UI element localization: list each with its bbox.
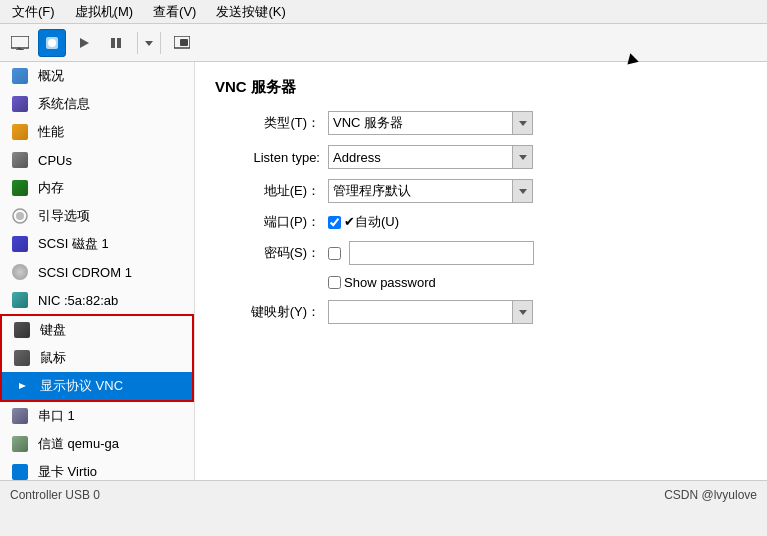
- type-select[interactable]: VNC 服务器: [328, 111, 513, 135]
- sidebar-item-boot[interactable]: 引导选项: [0, 202, 194, 230]
- show-password-label[interactable]: Show password: [328, 275, 436, 290]
- cpu-icon: [10, 152, 30, 168]
- svg-rect-7: [117, 38, 121, 48]
- sidebar-label-overview: 概况: [38, 67, 64, 85]
- sidebar-item-serial[interactable]: 串口 1: [0, 402, 194, 430]
- type-dropdown-arrow[interactable]: [513, 111, 533, 135]
- form-row-type: 类型(T)： VNC 服务器: [215, 111, 747, 135]
- listen-select-group: Address: [328, 145, 533, 169]
- sidebar-item-cpu[interactable]: CPUs: [0, 146, 194, 174]
- sidebar-item-mem[interactable]: 内存: [0, 174, 194, 202]
- channel-icon: [10, 436, 30, 452]
- svg-marker-13: [19, 383, 26, 389]
- svg-rect-10: [180, 39, 188, 46]
- keymap-chevron-icon: [519, 308, 527, 316]
- addr-select[interactable]: 管理程序默认: [328, 179, 513, 203]
- status-left: Controller USB 0: [10, 488, 100, 502]
- sidebar-label-serial: 串口 1: [38, 407, 75, 425]
- password-label: 密码(S)：: [215, 244, 320, 262]
- sidebar-label-mouse: 鼠标: [40, 349, 66, 367]
- sidebar: 概况 系统信息 性能 CPUs 内存: [0, 62, 195, 480]
- svg-point-12: [16, 212, 24, 220]
- toolbar-active-btn[interactable]: [38, 29, 66, 57]
- listen-control: Address: [328, 145, 747, 169]
- form-row-listen: Listen type: Address: [215, 145, 747, 169]
- svg-marker-16: [519, 189, 527, 194]
- sidebar-label-boot: 引导选项: [38, 207, 90, 225]
- sidebar-label-perf: 性能: [38, 123, 64, 141]
- sidebar-item-cdrom[interactable]: SCSI CDROM 1: [0, 258, 194, 286]
- show-password-checkbox[interactable]: [328, 276, 341, 289]
- sidebar-item-overview[interactable]: 概况: [0, 62, 194, 90]
- keyboard-icon: [12, 322, 32, 338]
- main-content: 概况 系统信息 性能 CPUs 内存: [0, 62, 767, 480]
- right-panel: VNC 服务器 类型(T)： VNC 服务器 Listen type:: [195, 62, 767, 480]
- menu-bar: 文件(F) 虚拟机(M) 查看(V) 发送按键(K): [0, 0, 767, 24]
- form-row-port: 端口(P)： ✔自动(U): [215, 213, 747, 231]
- pause-icon: [109, 36, 123, 50]
- toolbar-pause-btn[interactable]: [102, 29, 130, 57]
- port-auto-text: ✔自动(U): [344, 213, 399, 231]
- addr-chevron-icon: [519, 187, 527, 195]
- show-password-text: Show password: [344, 275, 436, 290]
- sidebar-item-sysinfo[interactable]: 系统信息: [0, 90, 194, 118]
- menu-sendkey[interactable]: 发送按键(K): [208, 1, 293, 23]
- toolbar-play-btn[interactable]: [70, 29, 98, 57]
- sidebar-label-sysinfo: 系统信息: [38, 95, 90, 113]
- overview-icon: [10, 68, 30, 84]
- sidebar-item-keyboard[interactable]: 键盘: [2, 316, 192, 344]
- sidebar-label-vnc: 显示协议 VNC: [40, 377, 123, 395]
- sidebar-label-mem: 内存: [38, 179, 64, 197]
- sidebar-item-nic[interactable]: NIC :5a:82:ab: [0, 286, 194, 314]
- toolbar: [0, 24, 767, 62]
- listen-chevron-icon: [519, 153, 527, 161]
- port-auto-label[interactable]: ✔自动(U): [328, 213, 399, 231]
- listen-value: Address: [333, 150, 381, 165]
- sidebar-item-mouse[interactable]: 鼠标: [2, 344, 192, 372]
- chevron-down-icon: [145, 39, 153, 47]
- toolbar-sep1: [137, 32, 138, 54]
- sidebar-label-cdrom: SCSI CDROM 1: [38, 265, 132, 280]
- form-row-password: 密码(S)：: [215, 241, 747, 265]
- play-icon: [77, 36, 91, 50]
- sidebar-item-channel[interactable]: 信道 qemu-ga: [0, 430, 194, 458]
- toolbar-dropdown[interactable]: [145, 39, 153, 47]
- listen-dropdown-arrow[interactable]: [513, 145, 533, 169]
- password-enable-checkbox[interactable]: [328, 247, 341, 260]
- keymap-select[interactable]: [328, 300, 513, 324]
- keymap-label: 键映射(Y)：: [215, 303, 320, 321]
- active-icon: [45, 36, 59, 50]
- mem-icon: [10, 180, 30, 196]
- svg-rect-0: [11, 36, 29, 48]
- sidebar-item-scsi[interactable]: SCSI 磁盘 1: [0, 230, 194, 258]
- status-bar: Controller USB 0 CSDN @lvyulove: [0, 480, 767, 508]
- port-auto-checkbox[interactable]: [328, 216, 341, 229]
- fullscreen-icon: [174, 36, 190, 50]
- addr-dropdown-arrow[interactable]: [513, 179, 533, 203]
- sidebar-item-vnc[interactable]: 显示协议 VNC: [2, 372, 192, 400]
- listen-select[interactable]: Address: [328, 145, 513, 169]
- svg-marker-14: [519, 121, 527, 126]
- menu-vm[interactable]: 虚拟机(M): [67, 1, 142, 23]
- sidebar-item-gpu[interactable]: 显卡 Virtio: [0, 458, 194, 480]
- port-label: 端口(P)：: [215, 213, 320, 231]
- sidebar-label-gpu: 显卡 Virtio: [38, 463, 97, 480]
- gpu-icon: [10, 464, 30, 480]
- menu-file[interactable]: 文件(F): [4, 1, 63, 23]
- type-label: 类型(T)：: [215, 114, 320, 132]
- password-input[interactable]: [349, 241, 534, 265]
- addr-control: 管理程序默认: [328, 179, 747, 203]
- status-right: CSDN @lvyulove: [664, 488, 757, 502]
- listen-label: Listen type:: [215, 150, 320, 165]
- menu-view[interactable]: 查看(V): [145, 1, 204, 23]
- toolbar-screen-btn[interactable]: [6, 29, 34, 57]
- keymap-dropdown-arrow[interactable]: [513, 300, 533, 324]
- screen-icon: [11, 36, 29, 50]
- svg-marker-15: [519, 155, 527, 160]
- sidebar-item-perf[interactable]: 性能: [0, 118, 194, 146]
- sidebar-label-cpu: CPUs: [38, 153, 72, 168]
- serial-icon: [10, 408, 30, 424]
- scsi-icon: [10, 236, 30, 252]
- svg-marker-5: [80, 38, 89, 48]
- toolbar-fullscreen-btn[interactable]: [168, 29, 196, 57]
